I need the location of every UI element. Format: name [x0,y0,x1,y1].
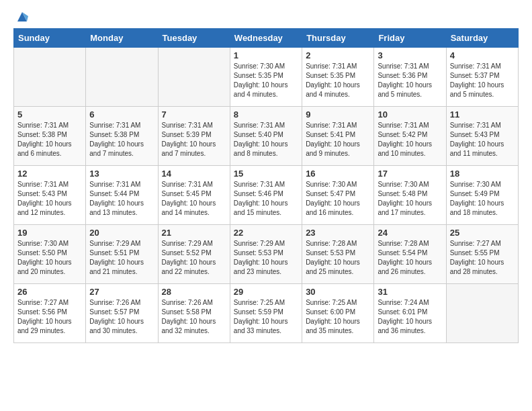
logo [13,11,30,21]
day-number: 4 [450,50,515,60]
day-number: 26 [17,287,82,297]
calendar-cell [446,284,518,343]
day-number: 25 [450,228,515,238]
week-row-4: 19Sunrise: 7:30 AM Sunset: 5:50 PM Dayli… [14,225,519,284]
calendar-cell: 16Sunrise: 7:30 AM Sunset: 5:47 PM Dayli… [302,166,374,225]
calendar-cell: 13Sunrise: 7:31 AM Sunset: 5:44 PM Dayli… [86,166,158,225]
calendar-cell [158,48,230,107]
calendar-cell: 7Sunrise: 7:31 AM Sunset: 5:39 PM Daylig… [158,107,230,166]
calendar-cell: 4Sunrise: 7:31 AM Sunset: 5:37 PM Daylig… [446,48,518,107]
weekday-thursday: Thursday [302,29,374,48]
calendar-cell [14,48,86,107]
day-number: 31 [378,287,442,297]
calendar-cell: 21Sunrise: 7:29 AM Sunset: 5:52 PM Dayli… [158,225,230,284]
calendar-cell: 29Sunrise: 7:25 AM Sunset: 5:59 PM Dayli… [230,284,302,343]
day-info: Sunrise: 7:29 AM Sunset: 5:52 PM Dayligh… [162,239,226,277]
calendar-cell: 11Sunrise: 7:31 AM Sunset: 5:43 PM Dayli… [446,107,518,166]
calendar-cell: 28Sunrise: 7:26 AM Sunset: 5:58 PM Dayli… [158,284,230,343]
day-number: 23 [306,228,370,238]
calendar-cell: 20Sunrise: 7:29 AM Sunset: 5:51 PM Dayli… [86,225,158,284]
day-number: 10 [378,109,442,120]
weekday-saturday: Saturday [446,29,518,48]
day-info: Sunrise: 7:29 AM Sunset: 5:51 PM Dayligh… [89,239,154,277]
day-info: Sunrise: 7:31 AM Sunset: 5:36 PM Dayligh… [378,62,442,99]
day-number: 21 [162,228,226,238]
day-info: Sunrise: 7:31 AM Sunset: 5:41 PM Dayligh… [306,121,370,158]
header [13,11,519,21]
calendar-cell: 5Sunrise: 7:31 AM Sunset: 5:38 PM Daylig… [14,107,86,166]
page-container: SundayMondayTuesdayWednesdayThursdayFrid… [0,0,532,354]
calendar-cell: 6Sunrise: 7:31 AM Sunset: 5:38 PM Daylig… [86,107,158,166]
calendar-cell: 9Sunrise: 7:31 AM Sunset: 5:41 PM Daylig… [302,107,374,166]
day-info: Sunrise: 7:30 AM Sunset: 5:50 PM Dayligh… [17,239,82,277]
day-info: Sunrise: 7:30 AM Sunset: 5:48 PM Dayligh… [378,180,442,218]
day-number: 16 [306,169,370,179]
day-number: 30 [306,287,370,297]
day-number: 17 [378,169,442,179]
calendar-cell: 8Sunrise: 7:31 AM Sunset: 5:40 PM Daylig… [230,107,302,166]
day-info: Sunrise: 7:31 AM Sunset: 5:45 PM Dayligh… [162,180,226,218]
day-number: 12 [17,169,82,179]
day-number: 6 [89,109,154,120]
calendar-cell: 2Sunrise: 7:31 AM Sunset: 5:35 PM Daylig… [302,48,374,107]
day-info: Sunrise: 7:31 AM Sunset: 5:42 PM Dayligh… [378,121,442,158]
calendar-cell: 30Sunrise: 7:25 AM Sunset: 6:00 PM Dayli… [302,284,374,343]
calendar-cell: 19Sunrise: 7:30 AM Sunset: 5:50 PM Dayli… [14,225,86,284]
logo-icon [15,9,30,24]
day-number: 2 [306,50,370,60]
calendar-cell: 25Sunrise: 7:27 AM Sunset: 5:55 PM Dayli… [446,225,518,284]
day-info: Sunrise: 7:28 AM Sunset: 5:54 PM Dayligh… [378,239,442,277]
weekday-header-row: SundayMondayTuesdayWednesdayThursdayFrid… [14,29,519,48]
day-info: Sunrise: 7:31 AM Sunset: 5:38 PM Dayligh… [89,121,154,158]
calendar-cell: 12Sunrise: 7:31 AM Sunset: 5:43 PM Dayli… [14,166,86,225]
calendar-cell [86,48,158,107]
weekday-monday: Monday [86,29,158,48]
day-number: 13 [89,169,154,179]
calendar-cell: 18Sunrise: 7:30 AM Sunset: 5:49 PM Dayli… [446,166,518,225]
calendar-cell: 10Sunrise: 7:31 AM Sunset: 5:42 PM Dayli… [374,107,446,166]
day-number: 27 [89,287,154,297]
week-row-1: 1Sunrise: 7:30 AM Sunset: 5:35 PM Daylig… [14,48,519,107]
calendar-cell: 14Sunrise: 7:31 AM Sunset: 5:45 PM Dayli… [158,166,230,225]
day-info: Sunrise: 7:30 AM Sunset: 5:47 PM Dayligh… [306,180,370,218]
day-number: 1 [234,50,298,60]
day-info: Sunrise: 7:26 AM Sunset: 5:57 PM Dayligh… [89,298,154,336]
day-number: 5 [17,109,82,120]
calendar-cell: 23Sunrise: 7:28 AM Sunset: 5:53 PM Dayli… [302,225,374,284]
day-info: Sunrise: 7:31 AM Sunset: 5:38 PM Dayligh… [17,121,82,158]
week-row-5: 26Sunrise: 7:27 AM Sunset: 5:56 PM Dayli… [14,284,519,343]
day-info: Sunrise: 7:27 AM Sunset: 5:55 PM Dayligh… [450,239,515,277]
day-number: 15 [234,169,298,179]
day-number: 24 [378,228,442,238]
day-info: Sunrise: 7:25 AM Sunset: 6:00 PM Dayligh… [306,298,370,336]
day-number: 7 [162,109,226,120]
calendar-cell: 31Sunrise: 7:24 AM Sunset: 6:01 PM Dayli… [374,284,446,343]
calendar-cell: 24Sunrise: 7:28 AM Sunset: 5:54 PM Dayli… [374,225,446,284]
day-number: 18 [450,169,515,179]
day-info: Sunrise: 7:31 AM Sunset: 5:43 PM Dayligh… [450,121,515,158]
day-info: Sunrise: 7:31 AM Sunset: 5:43 PM Dayligh… [17,180,82,218]
day-number: 3 [378,50,442,60]
day-number: 11 [450,109,515,120]
calendar-cell: 27Sunrise: 7:26 AM Sunset: 5:57 PM Dayli… [86,284,158,343]
day-info: Sunrise: 7:31 AM Sunset: 5:46 PM Dayligh… [234,180,298,218]
calendar-cell: 3Sunrise: 7:31 AM Sunset: 5:36 PM Daylig… [374,48,446,107]
day-info: Sunrise: 7:27 AM Sunset: 5:56 PM Dayligh… [17,298,82,336]
calendar-cell: 15Sunrise: 7:31 AM Sunset: 5:46 PM Dayli… [230,166,302,225]
day-info: Sunrise: 7:31 AM Sunset: 5:39 PM Dayligh… [162,121,226,158]
calendar-cell: 22Sunrise: 7:29 AM Sunset: 5:53 PM Dayli… [230,225,302,284]
day-info: Sunrise: 7:31 AM Sunset: 5:35 PM Dayligh… [306,62,370,99]
day-number: 20 [89,228,154,238]
weekday-tuesday: Tuesday [158,29,230,48]
calendar-cell: 1Sunrise: 7:30 AM Sunset: 5:35 PM Daylig… [230,48,302,107]
day-info: Sunrise: 7:29 AM Sunset: 5:53 PM Dayligh… [234,239,298,277]
day-info: Sunrise: 7:24 AM Sunset: 6:01 PM Dayligh… [378,298,442,336]
day-info: Sunrise: 7:31 AM Sunset: 5:44 PM Dayligh… [89,180,154,218]
day-info: Sunrise: 7:28 AM Sunset: 5:53 PM Dayligh… [306,239,370,277]
day-number: 22 [234,228,298,238]
day-number: 19 [17,228,82,238]
day-info: Sunrise: 7:31 AM Sunset: 5:37 PM Dayligh… [450,62,515,99]
day-info: Sunrise: 7:25 AM Sunset: 5:59 PM Dayligh… [234,298,298,336]
day-info: Sunrise: 7:31 AM Sunset: 5:40 PM Dayligh… [234,121,298,158]
day-info: Sunrise: 7:30 AM Sunset: 5:49 PM Dayligh… [450,180,515,218]
